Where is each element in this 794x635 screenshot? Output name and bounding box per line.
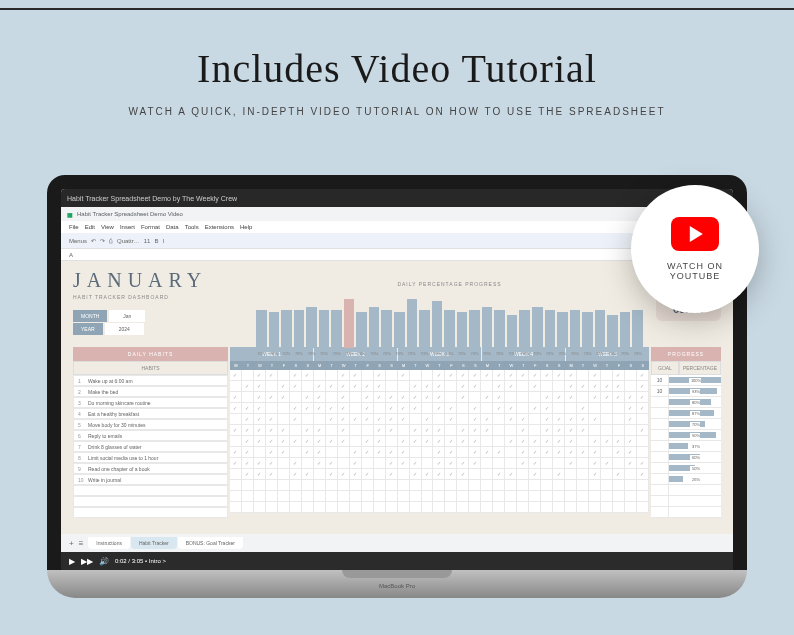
check-cell[interactable]	[553, 403, 565, 413]
check-cell[interactable]	[637, 414, 649, 424]
check-cell[interactable]: ✓	[589, 381, 601, 391]
check-cell[interactable]	[493, 414, 505, 424]
check-cell[interactable]	[625, 370, 637, 380]
check-cell[interactable]: ✓	[266, 458, 278, 468]
check-cell[interactable]	[541, 381, 553, 391]
check-cell[interactable]: ✓	[625, 447, 637, 457]
check-cell[interactable]	[613, 458, 625, 468]
habit-row[interactable]: 2Make the bed	[73, 386, 228, 397]
habit-row[interactable]: 5Move body for 30 minutes	[73, 419, 228, 430]
check-cell[interactable]	[314, 370, 326, 380]
check-cell[interactable]: ✓	[481, 447, 493, 457]
check-cell[interactable]	[314, 502, 326, 512]
check-cell[interactable]	[601, 469, 613, 479]
check-cell[interactable]: ✓	[529, 436, 541, 446]
check-cell[interactable]	[350, 436, 362, 446]
check-cell[interactable]	[625, 491, 637, 501]
check-cell[interactable]: ✓	[242, 425, 254, 435]
check-cell[interactable]	[637, 502, 649, 512]
check-cell[interactable]: ✓	[553, 469, 565, 479]
check-cell[interactable]: ✓	[278, 392, 290, 402]
check-cell[interactable]: ✓	[505, 436, 517, 446]
font-select[interactable]: Quattr…	[117, 238, 140, 244]
check-cell[interactable]: ✓	[637, 392, 649, 402]
check-cell[interactable]	[517, 403, 529, 413]
check-cell[interactable]: ✓	[541, 436, 553, 446]
year-value[interactable]: 2024	[105, 323, 144, 335]
check-cell[interactable]: ✓	[410, 458, 422, 468]
check-cell[interactable]	[290, 502, 302, 512]
check-cell[interactable]: ✓	[230, 403, 242, 413]
check-cell[interactable]	[481, 469, 493, 479]
check-cell[interactable]: ✓	[457, 425, 469, 435]
check-cell[interactable]	[601, 491, 613, 501]
check-cell[interactable]: ✓	[422, 414, 434, 424]
check-cell[interactable]: ✓	[386, 447, 398, 457]
check-cell[interactable]: ✓	[290, 436, 302, 446]
check-cell[interactable]	[505, 491, 517, 501]
check-cell[interactable]: ✓	[290, 403, 302, 413]
check-cell[interactable]: ✓	[625, 392, 637, 402]
check-cell[interactable]	[529, 491, 541, 501]
check-cell[interactable]	[350, 502, 362, 512]
all-sheets-icon[interactable]: ≡	[79, 539, 84, 548]
habit-row[interactable]: 10Write in journal	[73, 474, 228, 485]
check-cell[interactable]: ✓	[637, 381, 649, 391]
check-cell[interactable]: ✓	[517, 458, 529, 468]
check-cell[interactable]	[398, 469, 410, 479]
add-sheet-icon[interactable]: +	[69, 539, 74, 548]
check-cell[interactable]: ✓	[338, 414, 350, 424]
check-cell[interactable]: ✓	[445, 370, 457, 380]
check-cell[interactable]: ✓	[589, 414, 601, 424]
menus-button[interactable]: Menus	[69, 238, 87, 244]
check-cell[interactable]: ✓	[445, 403, 457, 413]
check-cell[interactable]	[481, 458, 493, 468]
check-cell[interactable]	[613, 425, 625, 435]
check-cell[interactable]: ✓	[433, 381, 445, 391]
check-cell[interactable]	[302, 480, 314, 490]
check-cell[interactable]	[613, 414, 625, 424]
month-value[interactable]: Jan	[109, 310, 145, 322]
check-cell[interactable]	[613, 480, 625, 490]
check-cell[interactable]	[637, 447, 649, 457]
habit-row-empty[interactable]	[73, 496, 228, 507]
check-cell[interactable]	[230, 502, 242, 512]
habit-row-empty[interactable]	[73, 485, 228, 496]
check-cell[interactable]	[481, 436, 493, 446]
check-cell[interactable]	[517, 502, 529, 512]
check-cell[interactable]: ✓	[314, 436, 326, 446]
check-cell[interactable]: ✓	[637, 469, 649, 479]
check-cell[interactable]: ✓	[266, 414, 278, 424]
check-cell[interactable]	[302, 502, 314, 512]
check-cell[interactable]	[230, 414, 242, 424]
check-cell[interactable]: ✓	[529, 447, 541, 457]
check-cell[interactable]: ✓	[254, 381, 266, 391]
check-cell[interactable]	[362, 458, 374, 468]
sheet-tab[interactable]: Habit Tracker	[131, 537, 177, 549]
check-cell[interactable]: ✓	[589, 447, 601, 457]
volume-icon[interactable]: 🔊	[99, 557, 109, 566]
check-cell[interactable]: ✓	[445, 436, 457, 446]
check-cell[interactable]	[254, 447, 266, 457]
check-cell[interactable]	[338, 480, 350, 490]
check-cell[interactable]: ✓	[362, 381, 374, 391]
check-cell[interactable]	[577, 458, 589, 468]
check-cell[interactable]: ✓	[266, 370, 278, 380]
check-cell[interactable]: ✓	[493, 381, 505, 391]
check-cell[interactable]	[314, 414, 326, 424]
check-cell[interactable]: ✓	[254, 414, 266, 424]
check-cell[interactable]: ✓	[493, 392, 505, 402]
check-cell[interactable]	[457, 480, 469, 490]
check-cell[interactable]	[601, 502, 613, 512]
check-cell[interactable]	[314, 491, 326, 501]
check-cell[interactable]	[386, 436, 398, 446]
menu-insert[interactable]: Insert	[120, 224, 135, 230]
check-cell[interactable]: ✓	[505, 469, 517, 479]
check-cell[interactable]	[613, 403, 625, 413]
check-cell[interactable]: ✓	[422, 469, 434, 479]
check-cell[interactable]	[278, 491, 290, 501]
check-cell[interactable]	[278, 469, 290, 479]
check-cell[interactable]: ✓	[314, 381, 326, 391]
check-cell[interactable]	[362, 502, 374, 512]
check-cell[interactable]	[577, 502, 589, 512]
